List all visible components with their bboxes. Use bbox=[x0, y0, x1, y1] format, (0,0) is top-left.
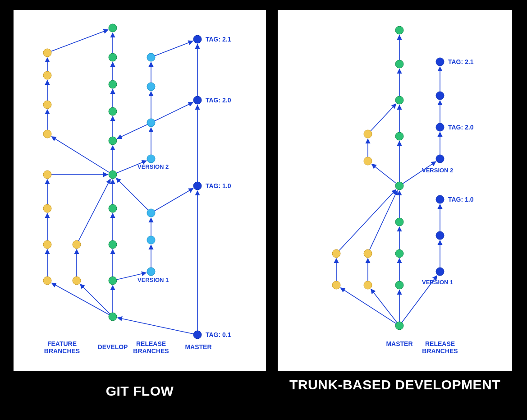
commit-node bbox=[395, 182, 403, 190]
commit-node bbox=[109, 171, 117, 179]
commit-node bbox=[109, 240, 117, 249]
edge bbox=[49, 30, 108, 52]
edge bbox=[372, 164, 398, 185]
lane-master: MASTER bbox=[386, 340, 412, 347]
commit-node bbox=[109, 277, 117, 285]
edge bbox=[338, 189, 396, 252]
commit-node bbox=[395, 26, 403, 34]
tag-2.1-label: TAG: 2.1 bbox=[448, 58, 474, 65]
commit-node bbox=[43, 171, 51, 179]
commit-node bbox=[436, 155, 444, 163]
lane-release-branches: RELEASE bbox=[425, 340, 455, 347]
version-1-label: VERSION 1 bbox=[422, 279, 453, 286]
edge bbox=[116, 178, 150, 212]
commit-node bbox=[109, 313, 117, 321]
tag-1.0-label: TAG: 1.0 bbox=[206, 182, 231, 189]
commit-node bbox=[109, 80, 117, 88]
version-2-label: VERSION 2 bbox=[137, 163, 169, 170]
commit-node bbox=[193, 35, 202, 43]
commit-node bbox=[109, 107, 117, 115]
commit-node bbox=[147, 209, 155, 217]
edge bbox=[340, 288, 398, 325]
lane-master: MASTER bbox=[185, 343, 211, 351]
edge bbox=[78, 179, 110, 243]
edge bbox=[52, 283, 111, 316]
commit-node bbox=[436, 58, 444, 66]
commit-node bbox=[73, 277, 81, 285]
caption-gitflow: GIT FLOW bbox=[14, 383, 266, 399]
commit-node bbox=[43, 101, 51, 109]
commit-node bbox=[43, 49, 51, 57]
commit-node bbox=[43, 130, 51, 138]
commit-node bbox=[43, 71, 51, 79]
commit-node bbox=[193, 182, 202, 190]
edge bbox=[152, 189, 193, 212]
version-2-label: VERSION 2 bbox=[422, 167, 453, 174]
tag-2.0-label: TAG: 2.0 bbox=[206, 97, 231, 104]
version-1-label: VERSION 1 bbox=[137, 277, 169, 283]
gitflow-panel: FEATUREBRANCHESDEVELOPRELEASEBRANCHESMAS… bbox=[14, 10, 266, 371]
commit-node bbox=[193, 331, 202, 339]
commit-node bbox=[147, 155, 155, 163]
commit-node bbox=[364, 281, 372, 289]
lane-release-branches: BRANCHES bbox=[133, 347, 169, 355]
lane-develop: DEVELOP bbox=[98, 343, 128, 351]
tag-0.1-label: TAG: 0.1 bbox=[206, 331, 231, 338]
commit-node bbox=[43, 204, 51, 212]
lane-release-branches: BRANCHES bbox=[422, 347, 458, 355]
edge bbox=[371, 289, 399, 324]
commit-node bbox=[109, 137, 117, 145]
commit-node bbox=[109, 204, 117, 212]
commit-node bbox=[43, 277, 51, 285]
edge bbox=[153, 102, 193, 122]
edge bbox=[51, 137, 111, 174]
edge bbox=[369, 190, 398, 252]
commit-node bbox=[73, 240, 81, 249]
trunk-diagram: MASTERRELEASEBRANCHESVERSION 1VERSION 2T… bbox=[278, 10, 512, 371]
commit-node bbox=[436, 195, 444, 203]
tag-1.0-label: TAG: 1.0 bbox=[448, 196, 474, 203]
caption-trunk: TRUNK-BASED DEVELOPMENT bbox=[278, 377, 512, 393]
commit-node bbox=[395, 281, 403, 289]
gitflow-diagram: FEATUREBRANCHESDEVELOPRELEASEBRANCHESMAS… bbox=[14, 10, 266, 371]
commit-node bbox=[395, 249, 403, 258]
commit-node bbox=[395, 132, 403, 140]
commit-node bbox=[364, 157, 372, 165]
lane-release-branches: RELEASE bbox=[136, 340, 166, 347]
commit-node bbox=[436, 123, 444, 131]
tag-2.0-label: TAG: 2.0 bbox=[448, 124, 474, 131]
commit-node bbox=[364, 249, 372, 258]
edge bbox=[118, 318, 196, 334]
commit-node bbox=[147, 119, 155, 127]
edge bbox=[369, 104, 396, 133]
trunk-panel: MASTERRELEASEBRANCHESVERSION 1VERSION 2T… bbox=[278, 10, 512, 371]
commit-node bbox=[395, 96, 403, 104]
commit-node bbox=[147, 236, 155, 244]
commit-node bbox=[109, 53, 117, 61]
commit-node bbox=[193, 96, 202, 104]
commit-node bbox=[332, 249, 340, 258]
commit-node bbox=[364, 130, 372, 138]
commit-node bbox=[43, 240, 51, 249]
commit-node bbox=[395, 218, 403, 226]
commit-node bbox=[147, 53, 155, 61]
tag-2.1-label: TAG: 2.1 bbox=[206, 36, 231, 43]
commit-node bbox=[109, 24, 117, 32]
commit-node bbox=[395, 60, 403, 68]
commit-node bbox=[395, 322, 403, 330]
commit-node bbox=[147, 268, 155, 276]
commit-node bbox=[147, 83, 155, 91]
edge bbox=[117, 124, 149, 139]
edge bbox=[153, 41, 193, 57]
commit-node bbox=[436, 92, 444, 100]
edge bbox=[80, 284, 111, 315]
commit-node bbox=[436, 268, 444, 276]
lane-feature-branches: FEATURE bbox=[47, 340, 77, 347]
lane-feature-branches: BRANCHES bbox=[44, 347, 80, 355]
commit-node bbox=[332, 281, 340, 289]
commit-node bbox=[436, 231, 444, 240]
